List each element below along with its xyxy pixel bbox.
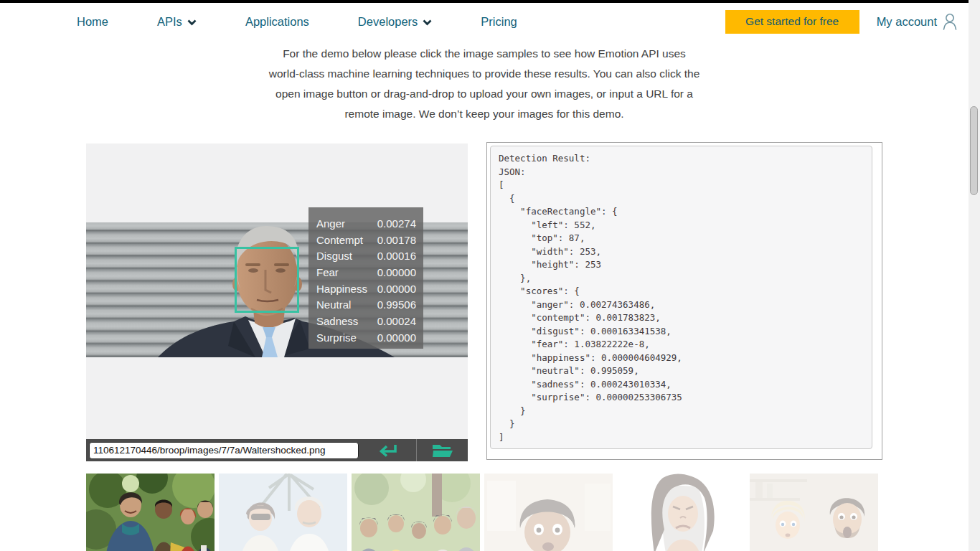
- open-image-button[interactable]: [417, 439, 468, 461]
- emotion-label: Contempt: [316, 234, 363, 246]
- emotion-value: 0.00000: [377, 266, 416, 278]
- nav-label: Applications: [245, 15, 309, 29]
- emotion-value: 0.00178: [377, 234, 416, 246]
- image-canvas[interactable]: Anger 0.00274 Contempt 0.00178 Disgust 0…: [86, 143, 468, 439]
- emotion-label: Surprise: [316, 331, 357, 344]
- sample-photo: [484, 474, 613, 551]
- intro-line: world-class machine learning techniques …: [0, 64, 969, 84]
- emotion-row: Fear 0.00000: [308, 264, 423, 281]
- emotion-value: 0.00016: [377, 250, 416, 262]
- sample-thumbnail-surprised-child-and-man[interactable]: [750, 474, 878, 551]
- intro-line: remote image. We don’t keep your images …: [0, 104, 969, 124]
- nav-item-home[interactable]: Home: [77, 15, 108, 29]
- emotion-row: Neutral 0.99506: [308, 296, 423, 313]
- nav-right-group: Get started for free My account: [725, 10, 969, 34]
- chevron-down-icon: [423, 19, 432, 26]
- my-account-link[interactable]: My account: [877, 12, 958, 31]
- nav-item-pricing[interactable]: Pricing: [481, 15, 517, 29]
- scrollbar-thumb[interactable]: [970, 106, 978, 195]
- image-url-input[interactable]: [89, 442, 359, 459]
- emotion-label: Neutral: [316, 298, 351, 311]
- emotion-value: 0.99506: [377, 298, 416, 311]
- face-detection-rectangle: [235, 247, 299, 313]
- emotion-label: Disgust: [316, 250, 352, 262]
- image-demo-panel: Anger 0.00274 Contempt 0.00178 Disgust 0…: [86, 143, 468, 461]
- sample-thumbnail-disgusted-woman[interactable]: [617, 474, 745, 551]
- emotion-label: Sadness: [316, 315, 358, 327]
- submit-url-button[interactable]: [359, 439, 416, 461]
- nav-item-apis[interactable]: APIs: [157, 15, 197, 29]
- intro-line: For the demo below please click the imag…: [0, 44, 969, 64]
- sample-photo: [352, 474, 480, 551]
- emotion-row: Contempt 0.00178: [308, 232, 423, 248]
- sample-thumbnail-older-couple[interactable]: [219, 474, 347, 551]
- main-nav: Home APIs Applications Developers Pricin…: [0, 3, 969, 40]
- enter-arrow-icon: [377, 443, 397, 457]
- chevron-down-icon: [187, 19, 197, 26]
- sample-thumbnails: [86, 474, 878, 551]
- sample-photo: [86, 474, 215, 551]
- detection-result-panel: Detection Result: JSON: [ { "faceRectang…: [486, 142, 882, 460]
- sample-photo: [219, 474, 347, 551]
- emotion-row: Surprise 0.00000: [308, 329, 423, 346]
- emotion-value: 0.00000: [377, 283, 416, 295]
- detection-result-textarea[interactable]: Detection Result: JSON: [ { "faceRectang…: [490, 146, 872, 449]
- sample-photo: [617, 474, 745, 551]
- emotion-value: 0.00024: [377, 315, 416, 327]
- nav-item-developers[interactable]: Developers: [358, 15, 432, 29]
- nav-label: APIs: [157, 15, 182, 29]
- emotion-label: Fear: [316, 266, 339, 278]
- intro-text: For the demo below please click the imag…: [0, 44, 969, 124]
- my-account-label: My account: [877, 15, 937, 29]
- emotion-row: Disgust 0.00016: [308, 248, 423, 264]
- nav-label: Pricing: [481, 15, 517, 29]
- nav-item-applications[interactable]: Applications: [245, 15, 309, 29]
- sample-thumbnail-group-outdoors[interactable]: [86, 474, 215, 551]
- person-icon: [941, 12, 958, 31]
- nav-label: Developers: [358, 15, 418, 29]
- detection-result-json: Detection Result: JSON: [ { "faceRectang…: [491, 146, 872, 444]
- intro-line: open image button or drag-and-drop to up…: [0, 84, 969, 104]
- emotion-value: 0.00274: [377, 217, 416, 230]
- open-folder-icon: [432, 443, 453, 458]
- emotion-label: Happiness: [316, 283, 367, 295]
- sample-thumbnail-family-group[interactable]: [352, 474, 480, 551]
- sample-photo: [750, 474, 878, 551]
- image-url-bar: [86, 439, 468, 461]
- emotion-row: Sadness 0.00024: [308, 313, 423, 329]
- emotion-label: Anger: [316, 217, 345, 230]
- nav-label: Home: [77, 15, 108, 29]
- sample-thumbnail-surprised-toddler[interactable]: [484, 474, 613, 551]
- emotion-row: Anger 0.00274: [308, 215, 423, 232]
- emotion-value: 0.00000: [377, 331, 416, 344]
- emotion-row: Happiness 0.00000: [308, 281, 423, 297]
- emotion-scores-overlay: Anger 0.00274 Contempt 0.00178 Disgust 0…: [308, 207, 423, 349]
- page-scrollbar[interactable]: [969, 0, 980, 551]
- emotion-api-demo-page: Home APIs Applications Developers Pricin…: [0, 0, 980, 551]
- get-started-button[interactable]: Get started for free: [725, 10, 859, 34]
